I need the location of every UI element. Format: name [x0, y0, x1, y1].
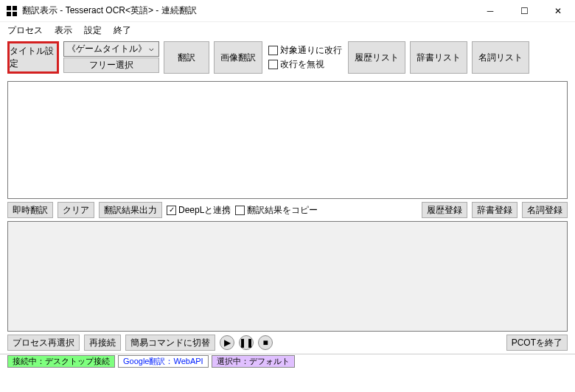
close-button[interactable]: ✕	[541, 0, 575, 21]
translate-button[interactable]: 翻訳	[164, 41, 209, 74]
menu-view[interactable]: 表示	[55, 24, 72, 37]
play-button[interactable]: ▶	[220, 335, 234, 350]
status-connection: 接続中：デスクトップ接続	[7, 355, 115, 368]
exit-pcot-button[interactable]: PCOTを終了	[506, 335, 568, 351]
title-settings-button[interactable]: タイトル設定	[7, 41, 59, 74]
process-reselect-button[interactable]: プロセス再選択	[7, 335, 80, 351]
reconnect-button[interactable]: 再接続	[84, 335, 121, 351]
svg-rect-2	[7, 12, 11, 16]
ignore-break-checkbox[interactable]: 改行を無視	[268, 58, 342, 71]
pause-button[interactable]: ❚❚	[239, 335, 254, 350]
image-translate-button[interactable]: 画像翻訳	[214, 41, 262, 74]
menu-exit[interactable]: 終了	[114, 24, 131, 37]
switch-command-button[interactable]: 簡易コマンドに切替	[125, 335, 215, 351]
pause-icon: ❚❚	[239, 337, 254, 348]
free-select-button[interactable]: フリー選択	[63, 57, 159, 73]
minimize-button[interactable]: ─	[473, 0, 507, 21]
dict-register-button[interactable]: 辞書登録	[472, 202, 518, 218]
checkbox-icon	[235, 206, 245, 215]
immediate-translate-button[interactable]: 即時翻訳	[7, 202, 53, 218]
svg-rect-0	[7, 6, 11, 10]
clear-button[interactable]: クリア	[58, 202, 94, 218]
copy-result-checkbox[interactable]: 翻訳結果をコピー	[235, 204, 318, 217]
noun-register-button[interactable]: 名詞登録	[522, 202, 568, 218]
window-title: 翻訳表示 - Tesseract OCR<英語> - 連続翻訳	[22, 4, 473, 17]
svg-rect-3	[13, 12, 17, 16]
stop-button[interactable]: ■	[258, 335, 273, 350]
output-result-button[interactable]: 翻訳結果出力	[99, 202, 162, 218]
stop-icon: ■	[262, 337, 268, 348]
noun-list-button[interactable]: 名詞リスト	[472, 41, 529, 74]
menu-settings[interactable]: 設定	[84, 24, 102, 37]
checkbox-icon	[268, 46, 278, 55]
history-register-button[interactable]: 履歴登録	[422, 202, 467, 218]
break-as-target-checkbox[interactable]: 対象通りに改行	[268, 44, 342, 57]
deepl-checkbox[interactable]: ✓DeepLと連携	[167, 204, 231, 217]
menu-process[interactable]: プロセス	[7, 24, 43, 37]
game-title-combo[interactable]: 《ゲームタイトル》	[63, 41, 159, 57]
app-icon	[6, 5, 18, 17]
checkbox-checked-icon: ✓	[167, 206, 176, 215]
status-api: Google翻訳：WebAPI	[118, 355, 209, 368]
history-list-button[interactable]: 履歴リスト	[348, 41, 405, 74]
checkbox-icon	[268, 60, 278, 69]
dict-list-button[interactable]: 辞書リスト	[410, 41, 467, 74]
svg-rect-1	[13, 6, 17, 10]
status-selection: 選択中：デフォルト	[212, 355, 295, 368]
result-textarea[interactable]	[7, 221, 568, 332]
source-textarea[interactable]	[7, 81, 568, 199]
maximize-button[interactable]: ☐	[507, 0, 541, 21]
play-icon: ▶	[224, 337, 231, 348]
